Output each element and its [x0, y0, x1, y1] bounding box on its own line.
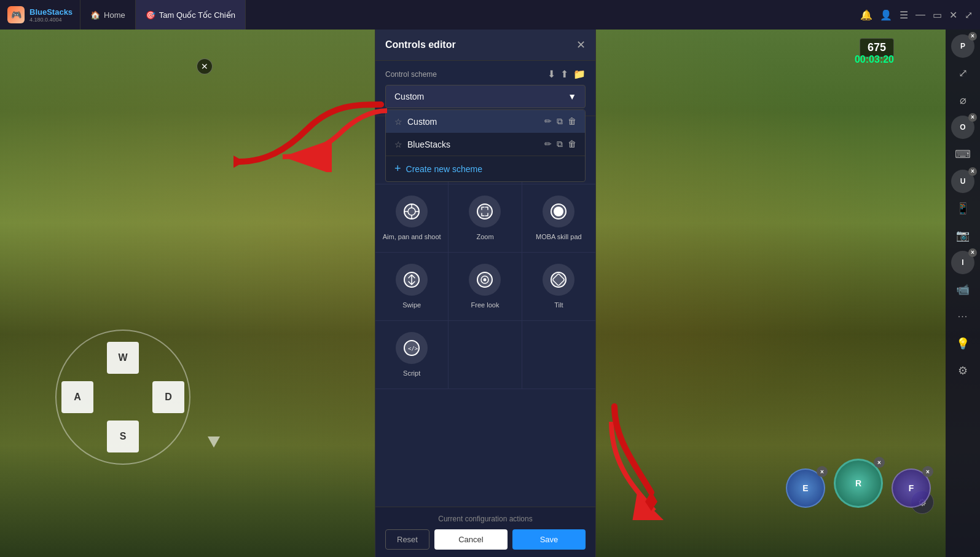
zoom-cell[interactable]: Zoom	[449, 184, 522, 252]
svg-point-22	[554, 207, 563, 216]
dropdown-menu: ☆ Custom ✏ ⧉ 🗑 ☆ BlueStacks ✏ ⧉ 🗑	[385, 109, 586, 182]
sidebar-btn-i[interactable]: I	[951, 251, 974, 274]
app-logo: 🎮	[7, 6, 25, 23]
scheme-dropdown[interactable]: Custom ▼ ☆ Custom ✏ ⧉ 🗑 ☆ BlueStacks	[385, 85, 586, 108]
delete-bs-icon[interactable]: 🗑	[568, 139, 576, 149]
footer-buttons: Reset Cancel Save	[385, 529, 586, 550]
tilt-cell[interactable]: Tilt	[522, 253, 595, 320]
script-icon: </>	[396, 332, 428, 364]
menu-icon[interactable]: ☰	[900, 9, 908, 21]
sidebar-btn-p[interactable]: P	[951, 34, 974, 58]
maximize-icon[interactable]: ▭	[933, 9, 942, 21]
sidebar-btn-o[interactable]: O	[951, 116, 974, 139]
dropdown-chevron-icon: ▼	[568, 92, 576, 101]
sidebar-btn-u[interactable]: U	[951, 170, 974, 193]
skill-f-close[interactable]: ×	[922, 466, 933, 477]
topbar-controls: 🔔 👤 ☰ — ▭ ✕ ⤢	[860, 9, 980, 21]
aim-pan-shoot-cell[interactable]: Aim, pan and shoot	[375, 184, 449, 252]
grid-row-4: </> Script	[375, 321, 595, 389]
w-key[interactable]: W	[107, 342, 139, 374]
swipe-cell[interactable]: Swipe	[375, 253, 449, 320]
home-tab[interactable]: 🏠 Home	[80, 0, 136, 30]
game-tab[interactable]: 🎯 Tam Quốc Tốc Chiến	[136, 0, 246, 30]
scheme-label-text: Control scheme	[385, 70, 437, 79]
bell-icon[interactable]: 🔔	[860, 9, 872, 21]
skill-r-button[interactable]: R ×	[834, 459, 883, 508]
free-look-label: Free look	[471, 301, 500, 309]
aim-pan-shoot-label: Aim, pan and shoot	[383, 232, 441, 241]
dropdown-button[interactable]: Custom ▼	[385, 85, 586, 108]
swipe-icon	[396, 264, 428, 296]
item-bluestacks-name: BlueStacks	[407, 140, 539, 149]
skill-r-close[interactable]: ×	[874, 457, 885, 468]
copy-icon[interactable]: ⧉	[557, 116, 563, 127]
minimize-icon[interactable]: —	[915, 9, 925, 20]
copy-bs-icon[interactable]: ⧉	[557, 139, 563, 149]
item-bs-actions: ✏ ⧉ 🗑	[544, 139, 576, 149]
panel-close-button[interactable]: ✕	[576, 38, 586, 52]
item-custom-actions: ✏ ⧉ 🗑	[544, 116, 576, 127]
game-label: Tam Quốc Tốc Chiến	[159, 10, 235, 20]
expand-icon[interactable]: ⤢	[965, 9, 973, 21]
s-key[interactable]: S	[107, 421, 139, 452]
script-label: Script	[403, 369, 420, 377]
folder-icon[interactable]: 📁	[573, 68, 586, 80]
svg-point-20	[477, 204, 492, 219]
map-direction-arrow	[208, 437, 220, 448]
video-icon[interactable]: 📹	[951, 278, 974, 301]
user-icon[interactable]: 👤	[880, 9, 892, 21]
wasd-pad: W A S D	[49, 323, 197, 471]
app-tab[interactable]: 🎮 BlueStacks 4.180.0.4004	[0, 0, 80, 30]
more-options-icon[interactable]: ···	[951, 305, 974, 328]
dropdown-item-bluestacks[interactable]: ☆ BlueStacks ✏ ⧉ 🗑	[386, 133, 585, 156]
zoom-icon	[469, 196, 501, 227]
skill-e-button[interactable]: E ×	[786, 468, 825, 508]
camera-icon[interactable]: 📷	[951, 224, 974, 247]
grid-row-2: Aim, pan and shoot Zoom	[375, 184, 595, 253]
scheme-section: Control scheme ⬇ ⬆ 📁 Custom ▼ ☆ Custom ✏…	[375, 61, 595, 116]
panel-title: Controls editor	[385, 39, 456, 50]
free-look-cell[interactable]: Free look	[449, 253, 522, 320]
expand-sidebar-icon[interactable]: ⤢	[951, 61, 974, 85]
app-name: BlueStacks	[29, 7, 73, 17]
scheme-label-row: Control scheme ⬇ ⬆ 📁	[385, 68, 586, 80]
moba-skill-label: MOBA skill pad	[536, 232, 582, 241]
upload-icon[interactable]: ⬆	[560, 68, 568, 80]
skill-e-close[interactable]: ×	[817, 466, 828, 477]
right-sidebar: P ⤢ ⌀ O ⌨ U 📱 📷 I 📹 ··· 💡 ⚙	[946, 30, 980, 557]
item-custom-name: Custom	[407, 117, 539, 127]
controls-editor-panel: Controls editor ✕ Control scheme ⬇ ⬆ 📁 C…	[375, 30, 596, 557]
a-key[interactable]: A	[61, 381, 93, 413]
download-icon[interactable]: ⬇	[547, 68, 555, 80]
phone-icon[interactable]: 📱	[951, 197, 974, 220]
save-button[interactable]: Save	[512, 529, 586, 550]
edit-bs-icon[interactable]: ✏	[544, 139, 552, 149]
wasd-close-button[interactable]: ✕	[197, 58, 213, 74]
grid-row-3: Swipe Free look	[375, 253, 595, 321]
delete-icon[interactable]: 🗑	[568, 116, 576, 127]
game-buttons-row: E × R × F ×	[786, 459, 931, 508]
settings-icon[interactable]: ⚙	[951, 359, 974, 382]
keyboard-icon[interactable]: ⌨	[951, 143, 974, 166]
script-cell[interactable]: </> Script	[375, 321, 449, 389]
slash-icon[interactable]: ⌀	[951, 89, 974, 112]
skill-f-button[interactable]: F ×	[892, 468, 931, 508]
light-icon[interactable]: 💡	[951, 332, 974, 355]
create-new-scheme-item[interactable]: + Create new scheme	[386, 156, 585, 181]
plus-icon: +	[394, 162, 401, 175]
dropdown-item-custom[interactable]: ☆ Custom ✏ ⧉ 🗑	[386, 110, 585, 133]
dropdown-value: Custom	[394, 92, 424, 101]
cancel-button[interactable]: Cancel	[434, 529, 508, 550]
home-icon: 🏠	[90, 10, 100, 20]
create-new-label: Create new scheme	[406, 164, 483, 174]
edit-icon[interactable]: ✏	[544, 116, 552, 127]
reset-button[interactable]: Reset	[385, 529, 429, 550]
zoom-label: Zoom	[476, 232, 493, 241]
d-key[interactable]: D	[152, 381, 184, 413]
panel-header: Controls editor ✕	[375, 30, 595, 61]
close-icon[interactable]: ✕	[949, 9, 957, 21]
svg-point-26	[484, 278, 487, 281]
game-icon: 🎯	[146, 10, 155, 20]
moba-skill-cell[interactable]: MOBA skill pad	[522, 184, 595, 252]
empty-cell-1	[449, 321, 522, 389]
